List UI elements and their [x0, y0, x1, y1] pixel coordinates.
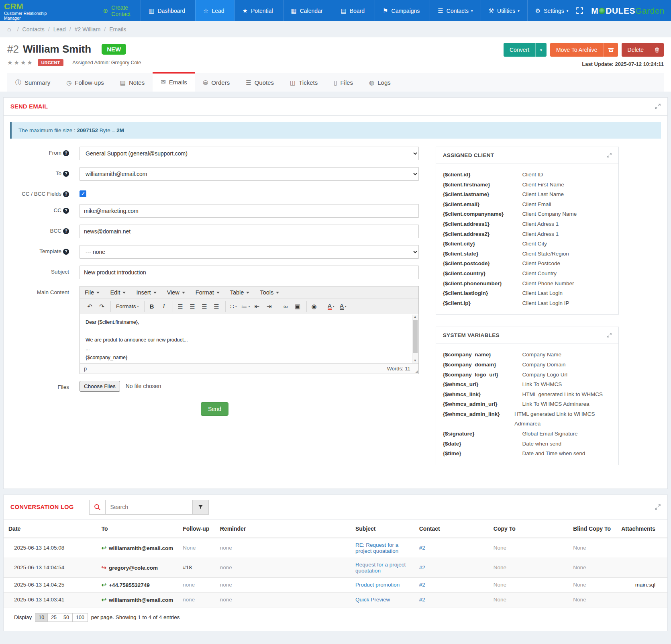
- formats-dropdown[interactable]: Formats▾: [113, 301, 142, 312]
- resize-grip-icon[interactable]: ◢: [416, 370, 418, 373]
- send-button[interactable]: Send: [201, 402, 228, 416]
- table-column-header[interactable]: Subject: [351, 520, 414, 538]
- expand-panel-button[interactable]: [655, 504, 661, 510]
- scrollbar-thumb[interactable]: [413, 320, 418, 353]
- from-select[interactable]: General Support (general@support.com): [80, 147, 419, 160]
- tab-logs[interactable]: ◍ Logs: [361, 73, 399, 92]
- bcc-field[interactable]: [80, 225, 419, 238]
- text-color-button[interactable]: A▾: [325, 301, 337, 312]
- help-icon[interactable]: ?: [63, 150, 69, 156]
- nav-item-calendar[interactable]: ▦ Calendar: [283, 0, 333, 21]
- star-icon[interactable]: ★: [14, 59, 20, 66]
- help-icon[interactable]: ?: [63, 249, 69, 255]
- nav-item-contacts[interactable]: ☰ Contacts ▾: [430, 0, 480, 21]
- move-to-archive-button[interactable]: Move To Archive: [550, 43, 618, 57]
- tab-quotes[interactable]: ☰ Quotes: [238, 73, 282, 92]
- delete-button[interactable]: Delete: [622, 43, 664, 57]
- filter-button[interactable]: [193, 500, 209, 515]
- table-row[interactable]: 2025-06-13 14:03:41 ↩williamsmith@email.…: [4, 592, 667, 607]
- justify-button[interactable]: ☰: [211, 301, 223, 312]
- tab-orders[interactable]: ⛁ Orders: [195, 73, 238, 92]
- per-page-option[interactable]: 10: [35, 613, 48, 622]
- convert-button[interactable]: Convert ▾: [504, 43, 547, 57]
- editor-menu-item[interactable]: Table: [230, 289, 250, 296]
- editor-scrollbar[interactable]: ▲ ▼: [412, 315, 418, 363]
- bullet-list-button[interactable]: ∷▾: [228, 301, 240, 312]
- nav-item-utilities[interactable]: ⚒ Utilities ▾: [481, 0, 527, 21]
- help-icon[interactable]: ?: [63, 171, 69, 177]
- outdent-button[interactable]: ⇤: [252, 301, 264, 312]
- subject-link[interactable]: Product promotion: [355, 582, 400, 588]
- align-left-button[interactable]: ☰: [175, 301, 187, 312]
- redo-button[interactable]: ↷: [96, 301, 108, 312]
- table-column-header[interactable]: Follow-up: [178, 520, 215, 538]
- table-column-header[interactable]: Blind Copy To: [568, 520, 616, 538]
- contact-link[interactable]: #2: [419, 564, 425, 570]
- subject-link[interactable]: RE: Request for a project quoatation: [355, 542, 398, 554]
- editor-menu-item[interactable]: Edit: [110, 289, 126, 296]
- per-page-option[interactable]: 50: [60, 613, 73, 622]
- tab-notes[interactable]: ▤ Notes: [112, 73, 153, 92]
- table-row[interactable]: 2025-06-13 14:05:08 ↩williamsmith@email.…: [4, 538, 667, 558]
- help-icon[interactable]: ?: [63, 191, 69, 197]
- table-row[interactable]: 2025-06-13 14:04:25 ↩+44.7585532749 none…: [4, 577, 667, 592]
- search-input[interactable]: [105, 500, 193, 515]
- table-column-header[interactable]: Reminder: [215, 520, 351, 538]
- align-center-button[interactable]: ☰: [187, 301, 199, 312]
- subject-field[interactable]: [80, 266, 419, 279]
- tab-tickets[interactable]: ◫ Tickets: [282, 73, 326, 92]
- bold-button[interactable]: B: [147, 301, 159, 312]
- editor-menu-item[interactable]: Insert: [136, 289, 156, 296]
- choose-files-button[interactable]: Choose Files: [80, 381, 120, 392]
- star-icon[interactable]: ★: [27, 59, 33, 66]
- breadcrumb-item[interactable]: Emails: [100, 26, 126, 33]
- tab-summary[interactable]: ⓘ Summary: [7, 73, 58, 92]
- bg-color-button[interactable]: A▾: [337, 301, 349, 312]
- image-button[interactable]: ▣: [292, 301, 304, 312]
- star-rating[interactable]: ★★★★: [7, 59, 34, 66]
- expand-panel-button[interactable]: [607, 153, 612, 157]
- expand-panel-button[interactable]: [607, 333, 612, 337]
- nav-item-potential[interactable]: ★ Potential: [235, 0, 283, 21]
- breadcrumb-item[interactable]: Lead: [45, 26, 66, 33]
- nav-item-board[interactable]: ▤ Board: [333, 0, 375, 21]
- table-column-header[interactable]: Contact: [414, 520, 489, 538]
- table-column-header[interactable]: Date: [4, 520, 96, 538]
- table-row[interactable]: 2025-06-13 14:04:54 ↪gregory@cole.com #1…: [4, 558, 667, 577]
- convert-dropdown-toggle[interactable]: ▾: [535, 43, 547, 57]
- editor-menu-item[interactable]: File: [85, 289, 100, 296]
- fullscreen-button[interactable]: [576, 7, 583, 14]
- tab-follow-ups[interactable]: ◷ Follow-ups: [58, 73, 112, 92]
- nav-item-settings[interactable]: ⚙ Settings ▾: [527, 0, 577, 21]
- per-page-option[interactable]: 100: [73, 613, 88, 622]
- cc-field[interactable]: [80, 204, 419, 218]
- scroll-up-icon[interactable]: ▲: [412, 315, 418, 319]
- editor-content-area[interactable]: Dear {$client.firstname},We are produt t…: [80, 314, 418, 363]
- preview-button[interactable]: ◉: [309, 301, 321, 312]
- modulesgarden-logo[interactable]: MDULESGarden: [591, 6, 665, 16]
- nav-item-lead[interactable]: ☆ Lead: [195, 0, 235, 21]
- contact-link[interactable]: #2: [419, 545, 425, 551]
- table-column-header[interactable]: To: [96, 520, 178, 538]
- home-icon[interactable]: ⌂: [7, 26, 11, 33]
- to-select[interactable]: williamsmith@email.com: [80, 167, 419, 181]
- breadcrumb-item[interactable]: Contacts: [14, 26, 45, 33]
- undo-button[interactable]: ↶: [84, 301, 96, 312]
- star-icon[interactable]: ★: [7, 59, 14, 66]
- tab-emails[interactable]: ✉ Emails: [153, 72, 195, 92]
- table-column-header[interactable]: Copy To: [489, 520, 568, 538]
- app-brand[interactable]: CRM Customer Relationship Manager: [0, 0, 59, 21]
- tab-files[interactable]: ▯ Files: [326, 73, 361, 92]
- editor-menu-item[interactable]: Tools: [260, 289, 279, 296]
- contact-link[interactable]: #2: [419, 597, 425, 603]
- table-column-header[interactable]: Attachments: [616, 520, 667, 538]
- ccbcc-checkbox[interactable]: [80, 190, 86, 197]
- link-button[interactable]: ∞: [280, 301, 292, 312]
- breadcrumb-item[interactable]: #2 William: [66, 26, 100, 33]
- help-icon[interactable]: ?: [63, 228, 69, 234]
- numbered-list-button[interactable]: ≔▾: [240, 301, 252, 312]
- contact-link[interactable]: #2: [419, 582, 425, 588]
- star-icon[interactable]: ★: [20, 59, 27, 66]
- subject-link[interactable]: Quick Preview: [355, 597, 390, 603]
- help-icon[interactable]: ?: [63, 208, 69, 214]
